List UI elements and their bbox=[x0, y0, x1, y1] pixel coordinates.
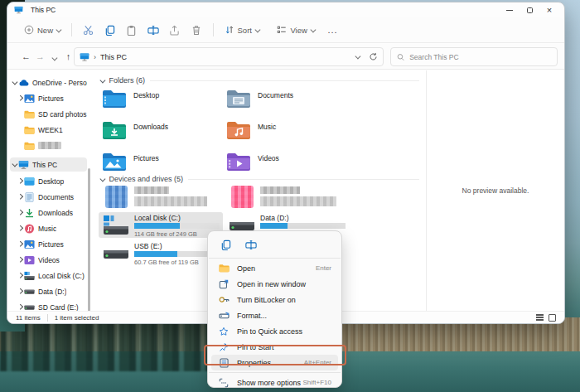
show-more-icon bbox=[219, 378, 229, 388]
sidebar-item-censored-folder[interactable] bbox=[10, 138, 87, 152]
pictures-icon bbox=[24, 240, 35, 249]
share-button[interactable] bbox=[164, 21, 186, 39]
group-divider bbox=[188, 179, 419, 180]
chevron-collapsed-icon[interactable] bbox=[16, 273, 24, 278]
menu-item-open[interactable]: Open Enter bbox=[211, 260, 338, 276]
menu-item-turn-bitlocker-on[interactable]: Turn BitLocker on bbox=[211, 292, 338, 307]
drive-usb-e[interactable]: USB (E:) 60.7 GB free of 119 GB bbox=[99, 240, 223, 266]
folders-group-header[interactable]: Folders (6) bbox=[100, 75, 419, 86]
sidebar-item-pictures-onedrive[interactable]: Pictures bbox=[10, 91, 87, 105]
breadcrumb-bar[interactable]: › This PC bbox=[74, 47, 384, 66]
folder-music[interactable]: Music bbox=[226, 120, 347, 145]
address-dropdown-chevron-icon[interactable] bbox=[355, 54, 360, 59]
copy-button[interactable] bbox=[99, 21, 121, 39]
open-folder-icon bbox=[219, 264, 230, 273]
no-preview-message: No preview available. bbox=[462, 186, 529, 195]
sidebar-item-music[interactable]: Music bbox=[10, 221, 87, 235]
toolbar-divider bbox=[213, 23, 214, 36]
drives-group-header[interactable]: Devices and drives (5) bbox=[100, 173, 419, 185]
chevron-collapsed-icon[interactable] bbox=[16, 226, 24, 230]
cut-button[interactable] bbox=[78, 21, 99, 39]
details-view-toggle[interactable] bbox=[536, 314, 544, 321]
sidebar-item-onedrive[interactable]: OneDrive - Person bbox=[10, 75, 87, 90]
chevron-down-icon bbox=[56, 27, 61, 31]
new-button[interactable]: New bbox=[19, 22, 65, 38]
chevron-collapsed-icon[interactable] bbox=[16, 179, 24, 183]
search-box[interactable] bbox=[390, 47, 558, 66]
drive-local-disk-c[interactable]: Local Disk (C:) 114 GB free of 249 GB bbox=[99, 212, 223, 238]
sidebar-scrollbar[interactable] bbox=[88, 168, 90, 311]
rename-button[interactable] bbox=[143, 21, 164, 39]
chevron-collapsed-icon[interactable] bbox=[16, 258, 24, 262]
sidebar-item-week1[interactable]: WEEK1 bbox=[10, 123, 87, 137]
drive-censored-2[interactable] bbox=[225, 185, 349, 211]
document-icon bbox=[24, 192, 35, 202]
chevron-expanded-icon[interactable] bbox=[10, 80, 18, 85]
group-collapse-icon[interactable] bbox=[100, 77, 105, 82]
chevron-expanded-icon[interactable] bbox=[10, 162, 18, 167]
large-icons-view-toggle[interactable] bbox=[549, 314, 556, 322]
minimize-button[interactable] bbox=[500, 2, 520, 17]
view-button[interactable]: View bbox=[272, 22, 319, 38]
folder-desktop[interactable]: Desktop bbox=[102, 89, 223, 114]
folder-icon bbox=[24, 141, 35, 151]
chevron-collapsed-icon[interactable] bbox=[16, 305, 24, 309]
sidebar-item-downloads[interactable]: Downloads bbox=[10, 206, 87, 220]
delete-button[interactable] bbox=[186, 21, 207, 39]
sidebar-item-documents[interactable]: Documents bbox=[10, 190, 87, 204]
command-bar: New bbox=[7, 17, 564, 43]
refresh-icon[interactable] bbox=[369, 52, 378, 61]
chevron-collapsed-icon[interactable] bbox=[16, 289, 24, 293]
menu-item-show-more-options[interactable]: Show more options Shift+F10 bbox=[211, 375, 338, 390]
censored-label bbox=[38, 142, 61, 149]
properties-icon bbox=[220, 358, 229, 368]
sidebar-item-sd-card-photos[interactable]: SD card photos bbox=[10, 107, 87, 121]
sidebar-item-videos[interactable]: Videos bbox=[10, 253, 87, 267]
chevron-collapsed-icon[interactable] bbox=[16, 195, 24, 199]
sidebar-item-pictures[interactable]: Pictures bbox=[10, 237, 87, 251]
new-button-label: New bbox=[37, 26, 53, 35]
group-collapse-icon[interactable] bbox=[100, 176, 105, 181]
chevron-collapsed-icon[interactable] bbox=[16, 96, 24, 100]
sidebar-item-data-d[interactable]: Data (D:) bbox=[10, 284, 87, 298]
sidebar-item-sd-card-e[interactable]: SD Card (E:) bbox=[10, 300, 87, 311]
menu-item-properties[interactable]: Properties Alt+Enter bbox=[211, 355, 338, 370]
censored-drive-icon bbox=[105, 186, 128, 208]
paste-button[interactable] bbox=[121, 21, 143, 39]
chevron-collapsed-icon[interactable] bbox=[16, 211, 24, 215]
copy-icon bbox=[220, 240, 231, 250]
breadcrumb-this-pc[interactable]: This PC bbox=[100, 53, 127, 61]
maximize-button[interactable] bbox=[520, 2, 539, 17]
status-divider bbox=[47, 314, 48, 322]
rename-button[interactable] bbox=[242, 237, 260, 252]
sidebar-item-local-disk-c[interactable]: Local Disk (C:) bbox=[10, 269, 87, 283]
trash-icon bbox=[191, 25, 201, 36]
see-more-button[interactable]: ... bbox=[327, 25, 337, 35]
title-bar[interactable]: This PC × bbox=[7, 2, 564, 17]
search-input[interactable] bbox=[409, 53, 551, 61]
menu-item-pin-to-quick-access[interactable]: Pin to Quick access bbox=[211, 323, 338, 339]
forward-button[interactable]: → bbox=[33, 51, 47, 61]
chevron-collapsed-icon[interactable] bbox=[16, 242, 24, 246]
desktop-icon bbox=[24, 177, 35, 186]
close-button[interactable]: × bbox=[539, 2, 559, 17]
back-button[interactable]: ← bbox=[19, 51, 33, 61]
sidebar-item-desktop[interactable]: Desktop bbox=[10, 174, 87, 188]
copy-button[interactable] bbox=[216, 237, 234, 252]
breadcrumb-separator: › bbox=[94, 53, 96, 61]
sidebar-item-this-pc[interactable]: This PC bbox=[10, 157, 87, 172]
capacity-text: 60.7 GB free of 119 GB bbox=[134, 259, 199, 266]
censored-detail bbox=[134, 196, 207, 206]
menu-item-pin-to-start[interactable]: Pin to Start bbox=[211, 339, 338, 355]
desktop-folder-icon bbox=[102, 89, 127, 109]
menu-item-open-in-new-window[interactable]: Open in new window bbox=[211, 276, 338, 292]
censored-detail bbox=[260, 196, 336, 206]
drives-group-title: Devices and drives (5) bbox=[109, 175, 184, 183]
drive-censored-1[interactable] bbox=[99, 185, 223, 211]
recent-locations-button[interactable] bbox=[47, 51, 61, 61]
sort-button[interactable]: Sort bbox=[220, 22, 264, 38]
folder-documents[interactable]: Documents bbox=[226, 89, 347, 114]
menu-item-format[interactable]: Format... bbox=[211, 307, 338, 323]
folder-downloads[interactable]: Downloads bbox=[102, 120, 223, 145]
view-icon bbox=[277, 25, 287, 35]
